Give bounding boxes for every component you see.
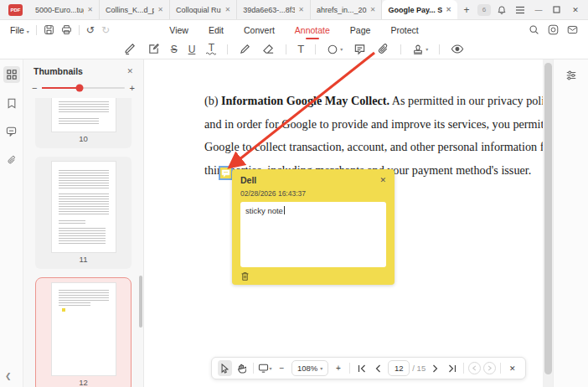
slider-plus-button[interactable]: +: [130, 83, 135, 93]
search-icon[interactable]: [529, 24, 539, 35]
zoom-in-button[interactable]: +: [331, 360, 345, 376]
feedback-mail-icon[interactable]: [567, 24, 578, 35]
tab-document-4[interactable]: 39da6e63-...8f36aa7ad ✕: [237, 0, 311, 19]
settings-icon[interactable]: [548, 24, 559, 35]
panel-title: Thumbnails: [34, 66, 83, 76]
eraser-tool-icon[interactable]: [262, 43, 275, 55]
close-navigation-bar-button[interactable]: ✕: [505, 360, 519, 376]
comments-panel-icon[interactable]: [3, 123, 20, 140]
next-page-button[interactable]: [428, 360, 442, 376]
zoom-out-button[interactable]: −: [275, 360, 289, 376]
file-menu[interactable]: File ▾: [10, 25, 29, 35]
properties-adjust-icon[interactable]: [565, 70, 577, 387]
thumbnails-panel: Thumbnails ✕ − + 10: [23, 59, 144, 387]
highlight-tool-icon[interactable]: [124, 43, 137, 55]
menu-convert[interactable]: Convert: [244, 25, 275, 35]
tab-document-1[interactable]: 5000-Euro...tuguese * ✕: [29, 0, 100, 19]
tab-close-icon[interactable]: ✕: [298, 6, 304, 13]
notifications-bell-icon[interactable]: [493, 0, 511, 19]
print-icon[interactable]: [61, 24, 72, 35]
tab-label: ahrefs_in..._20250825: [317, 6, 367, 14]
thumbnail-list: 10 11 12: [23, 98, 143, 387]
maximize-button[interactable]: [548, 0, 566, 19]
stamp-tool-icon[interactable]: ▾: [412, 44, 428, 55]
collapse-sidebar-icon[interactable]: ❮: [5, 372, 12, 380]
thumbnails-panel-icon[interactable]: [3, 66, 20, 83]
tab-label: 39da6e63-...8f36aa7ad: [243, 6, 295, 14]
text-comment-tool-icon[interactable]: T: [297, 43, 304, 55]
select-tool-button[interactable]: [218, 360, 232, 376]
first-page-button[interactable]: [354, 360, 369, 376]
view-history-forward-button[interactable]: [483, 362, 496, 374]
attachments-panel-icon[interactable]: [3, 152, 20, 168]
shapes-tool-icon[interactable]: ▾: [327, 44, 343, 55]
document-scrollbar[interactable]: [543, 59, 553, 387]
redo-icon[interactable]: ↻: [101, 24, 110, 36]
page-number-input[interactable]: 12: [388, 360, 410, 376]
note-author: Dell: [240, 175, 256, 185]
thumbnail-page-10[interactable]: 10: [35, 98, 132, 148]
last-page-button[interactable]: [445, 360, 459, 376]
squiggly-underline-tool-icon[interactable]: T: [206, 44, 216, 55]
view-history-back-button[interactable]: [468, 362, 481, 374]
note-text-input[interactable]: sticky note: [240, 202, 386, 267]
previous-page-button[interactable]: [371, 360, 385, 376]
save-icon[interactable]: [44, 24, 54, 35]
minimize-button[interactable]: —: [529, 0, 548, 19]
divider: [286, 44, 286, 54]
tab-document-3[interactable]: Colloquial Russian 2 ✕: [170, 0, 237, 19]
text-caret: [284, 206, 285, 214]
tab-document-5[interactable]: ahrefs_in..._20250825 ✕: [311, 0, 382, 19]
underline-tool-icon[interactable]: U: [188, 44, 196, 55]
close-panel-icon[interactable]: ✕: [126, 67, 133, 75]
thumbnail-scrollbar[interactable]: [139, 276, 142, 328]
hamburger-menu-icon[interactable]: [511, 0, 529, 19]
tab-document-active[interactable]: Google Pay... Service * ✕: [382, 0, 457, 19]
thumbnail-page-11[interactable]: 11: [35, 157, 132, 269]
tab-close-icon[interactable]: ✕: [157, 6, 163, 13]
divider: [227, 44, 228, 54]
sticky-note-annotation-icon[interactable]: [219, 166, 233, 180]
slider-track[interactable]: [42, 87, 124, 89]
page-navigation-toolbar: ▾ − 108% ▾ + 12 / 15: [211, 357, 526, 379]
zoom-level-select[interactable]: 108% ▾: [291, 360, 328, 376]
attachment-tool-icon[interactable]: [377, 43, 389, 55]
slider-minus-button[interactable]: −: [32, 83, 37, 93]
close-window-button[interactable]: ✕: [566, 0, 585, 19]
slider-fill: [42, 87, 79, 89]
note-delete-trash-icon[interactable]: [240, 271, 386, 281]
bookmarks-panel-icon[interactable]: [3, 95, 20, 111]
divider: [36, 25, 37, 35]
show-annotations-eye-icon[interactable]: [451, 44, 464, 54]
menu-page[interactable]: Page: [350, 25, 371, 35]
thumbnail-page-12[interactable]: 12: [35, 277, 132, 387]
divider: [349, 363, 350, 374]
menu-protect[interactable]: Protect: [390, 25, 418, 35]
tab-close-icon[interactable]: ✕: [370, 6, 376, 13]
menu-view[interactable]: View: [169, 25, 188, 35]
tab-close-icon[interactable]: ✕: [446, 6, 451, 13]
chevron-down-icon: ▾: [27, 29, 29, 34]
chevron-down-icon: ▾: [340, 46, 343, 52]
tab-count-badge[interactable]: 6: [477, 4, 491, 16]
bold-heading: Information Google May Collect.: [221, 94, 389, 107]
tab-close-icon[interactable]: ✕: [224, 6, 230, 13]
strikethrough-tool-icon[interactable]: S: [171, 44, 178, 55]
area-highlight-tool-icon[interactable]: [147, 43, 160, 55]
new-tab-button[interactable]: +: [457, 0, 476, 19]
hand-tool-button[interactable]: [235, 360, 249, 376]
undo-icon[interactable]: ↺: [86, 24, 95, 36]
document-page[interactable]: (b) Information Google May Collect. As p…: [144, 59, 543, 387]
menu-annotate[interactable]: Annotate: [295, 25, 330, 35]
pencil-tool-icon[interactable]: [239, 43, 251, 55]
view-mode-button[interactable]: ▾: [258, 360, 272, 376]
tab-close-icon[interactable]: ✕: [87, 6, 93, 13]
window-tab-bar: PDF 5000-Euro...tuguese * ✕ Collins_K...…: [0, 0, 588, 20]
tab-label: Google Pay... Service *: [388, 6, 442, 14]
sticky-note-tool-icon[interactable]: [353, 43, 366, 55]
slider-knob[interactable]: [75, 85, 83, 92]
tab-document-2[interactable]: Collins_K...d_phrases ✕: [100, 0, 170, 19]
menu-edit[interactable]: Edit: [209, 25, 224, 35]
scrollbar-thumb[interactable]: [544, 63, 552, 374]
note-close-icon[interactable]: ✕: [379, 176, 386, 184]
